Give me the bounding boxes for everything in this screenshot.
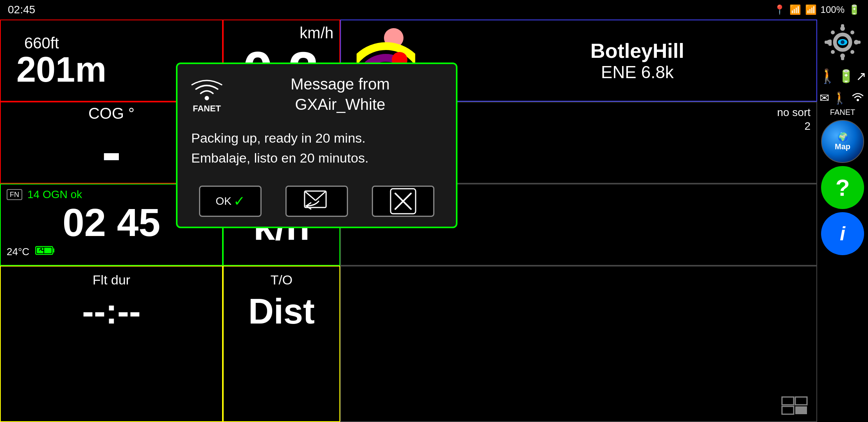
- flt-dur-label: Flt dur: [93, 272, 130, 288]
- close-button[interactable]: [372, 186, 434, 217]
- svg-rect-10: [782, 397, 794, 405]
- help-button[interactable]: ?: [821, 166, 864, 209]
- grid-icon[interactable]: [781, 396, 812, 417]
- status-bar: 02:45 📍 📶 📶 100% 🔋: [0, 0, 868, 20]
- altitude-m: 201m: [16, 52, 106, 87]
- dialog-buttons: OK ✓: [187, 186, 446, 217]
- speed-unit: km/h: [299, 24, 334, 42]
- no-sort-text: no sort: [777, 106, 811, 119]
- envelope-icon: ✉: [820, 91, 829, 105]
- fn-badge: FN: [7, 189, 22, 200]
- botley-info: BotleyHill ENE 6.8k: [458, 20, 816, 101]
- svg-line-35: [305, 191, 316, 200]
- battery-green-icon: [35, 245, 55, 259]
- status-icons: 📍 📶 📶 100% 🔋: [774, 4, 860, 15]
- svg-rect-11: [795, 397, 807, 405]
- temp-label: 24°C: [7, 246, 29, 258]
- right-sidebar: 🚶 🔋 ↗ ✉ 🚶 FANET 🌍 Map ? i: [817, 20, 868, 422]
- wifi-icon: 📶: [789, 4, 801, 15]
- svg-line-36: [316, 191, 326, 200]
- battery-percent: 100%: [821, 4, 845, 15]
- map-button[interactable]: 🌍 Map: [821, 120, 864, 163]
- reply-button[interactable]: [285, 186, 348, 217]
- bottom-right-cell: [340, 266, 817, 422]
- svg-point-33: [204, 96, 209, 100]
- time-value: 02 45: [63, 203, 160, 242]
- gear-button[interactable]: [823, 23, 862, 63]
- ogn-row: FN 14 OGN ok: [7, 188, 82, 201]
- person-icon: 🚶: [819, 68, 836, 84]
- fanet-dialog-label: FANET: [193, 104, 221, 114]
- temp-row: 24°C: [7, 245, 55, 259]
- svg-point-31: [841, 40, 845, 44]
- svg-point-21: [840, 26, 845, 31]
- svg-point-32: [857, 99, 859, 101]
- svg-point-22: [840, 54, 845, 58]
- flt-dur-cell: Flt dur --:--: [0, 266, 223, 422]
- to-value: Dist: [248, 291, 315, 332]
- signal-icon: 📶: [805, 4, 817, 15]
- cog-value: -: [102, 122, 121, 181]
- person-battery-row: 🚶 🔋 ↗: [817, 66, 868, 86]
- to-cell: T/O Dist: [223, 266, 340, 422]
- fanet-dialog: FANET Message from GXAir_White Packing u…: [176, 63, 457, 228]
- svg-rect-12: [782, 406, 794, 414]
- map-label: Map: [835, 142, 850, 151]
- info-button[interactable]: i: [821, 212, 864, 255]
- walk-icon-2: 🚶: [832, 91, 847, 105]
- to-label: T/O: [271, 272, 293, 288]
- dialog-message: Packing up, ready in 20 mins. Embalaje, …: [187, 122, 446, 174]
- svg-point-26: [850, 30, 854, 34]
- svg-point-24: [854, 40, 859, 45]
- ok-button[interactable]: OK ✓: [199, 186, 262, 217]
- svg-point-28: [850, 50, 854, 54]
- flt-dur-value: --:--: [82, 291, 141, 332]
- location-icon: 📍: [774, 4, 786, 15]
- botley-sub: ENE 6.8k: [601, 63, 674, 82]
- arrow-right-icon: ↗: [856, 69, 866, 84]
- svg-rect-4: [53, 249, 54, 252]
- fanet-label-sidebar: FANET: [830, 108, 855, 117]
- svg-point-23: [827, 40, 831, 45]
- map-mid-num: 2: [804, 120, 811, 132]
- fanet-signal-icon: [850, 89, 866, 106]
- status-time: 02:45: [8, 4, 35, 16]
- fanet-row: ✉ 🚶 FANET: [817, 89, 868, 117]
- svg-rect-13: [795, 406, 807, 414]
- dialog-title: Message from GXAir_White: [234, 74, 446, 114]
- svg-point-25: [831, 30, 835, 34]
- icons-row-2: ✉ 🚶: [820, 89, 866, 106]
- battery-icon: 🔋: [848, 4, 860, 15]
- fanet-dialog-icon: FANET: [187, 75, 226, 114]
- svg-point-27: [831, 50, 835, 54]
- botley-name: BotleyHill: [590, 39, 684, 63]
- battery-red-icon: 🔋: [838, 69, 854, 84]
- altitude-ft: 660ft: [24, 34, 59, 52]
- dialog-header: FANET Message from GXAir_White: [187, 74, 446, 114]
- ogn-label: 14 OGN ok: [27, 188, 82, 201]
